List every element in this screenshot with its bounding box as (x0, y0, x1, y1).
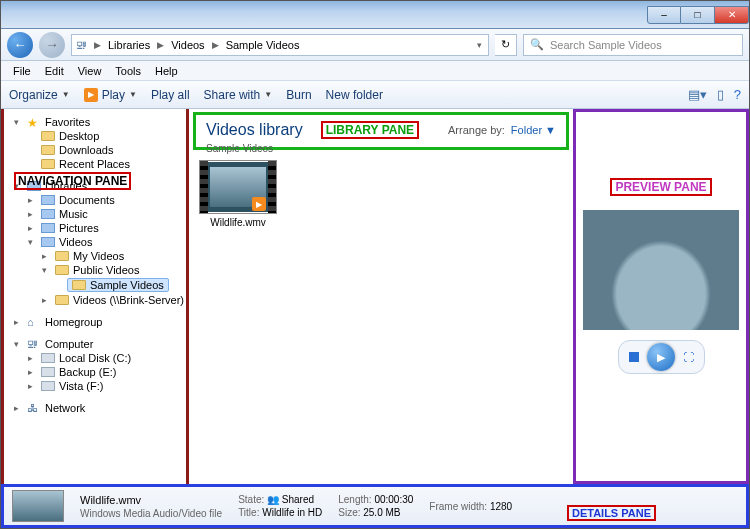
help-button[interactable]: ? (734, 87, 741, 102)
folder-icon (41, 145, 55, 155)
folder-icon (55, 251, 69, 261)
preview-controls: ▶ ⛶ (618, 340, 705, 374)
folder-icon (72, 280, 86, 290)
refresh-button[interactable]: ↻ (495, 34, 517, 56)
tree-videos[interactable]: ▾Videos (26, 235, 186, 249)
computer-icon: 🖳 (76, 39, 90, 51)
search-placeholder: Search Sample Videos (550, 39, 662, 51)
homegroup-icon: ⌂ (27, 316, 41, 328)
file-item-wildlife[interactable]: ▶ Wildlife.wmv (199, 160, 277, 228)
close-button[interactable]: ✕ (715, 6, 749, 24)
minimize-button[interactable]: – (647, 6, 681, 24)
address-bar-row: ← → 🖳 ▶ Libraries ▶ Videos ▶ Sample Vide… (1, 29, 749, 61)
view-options-button[interactable]: ▤▾ (688, 87, 707, 102)
burn-button[interactable]: Burn (286, 88, 311, 102)
drive-icon (41, 381, 55, 391)
new-folder-button[interactable]: New folder (326, 88, 383, 102)
window-titlebar: – □ ✕ (1, 1, 749, 29)
preview-player[interactable] (583, 210, 739, 330)
tree-downloads[interactable]: Downloads (26, 143, 186, 157)
annotation-library-pane: LIBRARY PANE (321, 121, 419, 139)
details-frame-width: 1280 (490, 501, 512, 512)
arrange-by-label: Arrange by: (448, 124, 505, 136)
library-icon (41, 223, 55, 233)
maximize-button[interactable]: □ (681, 6, 715, 24)
tree-network[interactable]: ▸🖧Network (12, 401, 186, 415)
tree-documents[interactable]: ▸Documents (26, 193, 186, 207)
library-pane: Videos library Sample Videos LIBRARY PAN… (189, 109, 573, 484)
fullscreen-button[interactable]: ⛶ (683, 351, 694, 363)
tree-disk-c[interactable]: ▸Local Disk (C:) (26, 351, 186, 365)
preview-pane: PREVIEW PANE ▶ ⛶ (573, 109, 749, 484)
folder-icon (55, 295, 69, 305)
chevron-right-icon[interactable]: ▶ (92, 40, 103, 50)
file-name: Wildlife.wmv (199, 217, 277, 228)
details-size: 25.0 MB (363, 507, 400, 518)
chevron-right-icon[interactable]: ▶ (210, 40, 221, 50)
menu-view[interactable]: View (72, 64, 108, 78)
tree-disk-f[interactable]: ▸Vista (F:) (26, 379, 186, 393)
tree-homegroup[interactable]: ▸⌂Homegroup (12, 315, 186, 329)
breadcrumb[interactable]: 🖳 ▶ Libraries ▶ Videos ▶ Sample Videos ▾ (71, 34, 489, 56)
menu-tools[interactable]: Tools (109, 64, 147, 78)
library-title: Videos library (206, 121, 303, 139)
file-list[interactable]: ▶ Wildlife.wmv (189, 154, 573, 484)
folder-icon (41, 159, 55, 169)
breadcrumb-videos[interactable]: Videos (168, 39, 207, 51)
stop-button[interactable] (629, 352, 639, 362)
annotation-navigation-pane: NAVIGATION PANE (14, 172, 131, 190)
play-button[interactable]: ▶ Play▼ (84, 88, 137, 102)
annotation-preview-pane: PREVIEW PANE (610, 178, 711, 196)
search-input[interactable]: 🔍 Search Sample Videos (523, 34, 743, 56)
drive-icon (41, 353, 55, 363)
history-dropdown[interactable]: ▾ (475, 40, 484, 50)
library-subtitle: Sample Videos (206, 143, 273, 154)
details-pane: Wildlife.wmv Windows Media Audio/Video f… (1, 484, 749, 528)
preview-pane-toggle[interactable]: ▯ (717, 87, 724, 102)
menu-bar: File Edit View Tools Help (1, 61, 749, 81)
arrange-by-value[interactable]: Folder ▼ (511, 124, 556, 136)
star-icon: ★ (27, 116, 41, 128)
menu-file[interactable]: File (7, 64, 37, 78)
tree-sample-videos[interactable]: Sample Videos (54, 277, 186, 293)
library-icon (41, 195, 55, 205)
share-with-button[interactable]: Share with▼ (204, 88, 273, 102)
navigation-pane: NAVIGATION PANE ▾ ★ Favorites Desktop Do… (1, 109, 189, 484)
video-thumbnail: ▶ (199, 160, 277, 214)
play-icon: ▶ (84, 88, 98, 102)
play-overlay-icon: ▶ (252, 197, 266, 211)
forward-button[interactable]: → (39, 32, 65, 58)
network-icon: 🖧 (27, 402, 41, 414)
tree-public-videos[interactable]: ▾Public Videos (40, 263, 186, 277)
tree-music[interactable]: ▸Music (26, 207, 186, 221)
menu-edit[interactable]: Edit (39, 64, 70, 78)
tree-computer[interactable]: ▾🖳Computer (12, 337, 186, 351)
menu-help[interactable]: Help (149, 64, 184, 78)
details-title[interactable]: Wildlife in HD (262, 507, 322, 518)
tree-recent[interactable]: Recent Places (26, 157, 186, 171)
library-icon (41, 237, 55, 247)
play-all-button[interactable]: Play all (151, 88, 190, 102)
play-button[interactable]: ▶ (647, 343, 675, 371)
breadcrumb-sample-videos[interactable]: Sample Videos (223, 39, 303, 51)
folder-icon (41, 131, 55, 141)
back-button[interactable]: ← (7, 32, 33, 58)
chevron-right-icon[interactable]: ▶ (155, 40, 166, 50)
tree-disk-e[interactable]: ▸Backup (E:) (26, 365, 186, 379)
tree-pictures[interactable]: ▸Pictures (26, 221, 186, 235)
organize-button[interactable]: Organize▼ (9, 88, 70, 102)
details-filename: Wildlife.wmv (80, 494, 222, 506)
details-filetype: Windows Media Audio/Video file (80, 508, 222, 519)
details-thumbnail (12, 490, 64, 522)
tree-desktop[interactable]: Desktop (26, 129, 186, 143)
folder-icon (55, 265, 69, 275)
details-length: 00:00:30 (374, 494, 413, 505)
computer-icon: 🖳 (27, 338, 41, 350)
command-bar: Organize▼ ▶ Play▼ Play all Share with▼ B… (1, 81, 749, 109)
breadcrumb-libraries[interactable]: Libraries (105, 39, 153, 51)
tree-videos-network[interactable]: ▸Videos (\\Brink-Server) (40, 293, 186, 307)
tree-favorites[interactable]: ▾ ★ Favorites (12, 115, 186, 129)
chevron-down-icon: ▼ (545, 124, 556, 136)
library-icon (41, 209, 55, 219)
tree-my-videos[interactable]: ▸My Videos (40, 249, 186, 263)
